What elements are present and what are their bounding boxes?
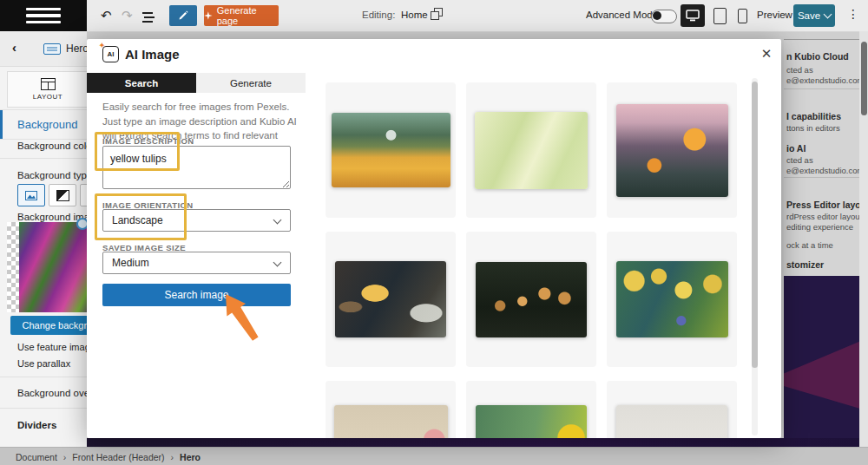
block-header-row: ‹ Hero <box>0 31 87 67</box>
image-orientation-select[interactable]: Landscape <box>102 209 291 232</box>
focal-point-handle[interactable] <box>76 218 87 230</box>
scrollbar-thumb[interactable] <box>861 42 867 115</box>
section-background[interactable]: Background <box>0 109 87 140</box>
search-result-card[interactable] <box>607 381 737 438</box>
chevron-down-icon <box>824 10 832 19</box>
hero-block-icon <box>43 43 61 58</box>
desktop-icon <box>686 10 700 22</box>
bg-type-gradient-button[interactable] <box>49 184 76 206</box>
search-result-card[interactable] <box>607 232 737 367</box>
use-parallax-label[interactable]: Use parallax <box>17 358 70 369</box>
breadcrumb-hero[interactable]: Hero <box>180 452 201 462</box>
right-panel-text: cted as <box>786 155 859 165</box>
breadcrumb: Document›Front Header (Header)›Hero <box>16 452 201 462</box>
modal-title: AI Image <box>125 47 180 62</box>
background-overlay-label[interactable]: Background overlay <box>17 388 87 398</box>
desktop-view-button[interactable] <box>681 4 705 27</box>
image-description-textarea[interactable]: yellow tulips <box>102 146 291 189</box>
block-name: Hero <box>66 43 87 55</box>
left-sidebar: ‹ Hero LAYOUT Background Background colo… <box>0 31 87 447</box>
right-panel-text: cted as <box>786 65 859 75</box>
right-panel-text: stomizer <box>786 259 859 270</box>
edit-mode-button[interactable] <box>169 5 197 26</box>
chevron-down-icon <box>273 216 282 225</box>
advanced-mode-toggle[interactable] <box>651 10 677 23</box>
window-scrollbar[interactable] <box>859 31 868 447</box>
kubio-editor-screen: ↶ ↷ Generate page Editing: Home Advanced… <box>0 0 868 465</box>
editing-label: Editing: <box>362 10 395 20</box>
bg-type-image-button[interactable] <box>17 184 45 206</box>
save-button[interactable]: Save <box>793 4 835 27</box>
search-result-card[interactable] <box>466 232 596 367</box>
breadcrumb-front-header[interactable]: Front Header (Header) <box>72 452 164 462</box>
background-image-preview[interactable] <box>7 222 87 312</box>
list-view-icon[interactable] <box>142 10 155 27</box>
right-panel-text: io AI <box>786 143 859 154</box>
hamburger-menu-button[interactable] <box>0 0 87 31</box>
hamburger-icon <box>26 8 61 11</box>
search-image-button[interactable]: Search image <box>102 284 291 306</box>
gradient-icon <box>56 190 69 201</box>
undo-icon[interactable]: ↶ <box>101 7 112 24</box>
search-result-card[interactable] <box>607 82 737 218</box>
preview-button[interactable]: Preview <box>757 10 792 20</box>
search-result-card[interactable] <box>466 82 596 218</box>
ai-image-modal: AI ✦ AI Image ✕ Search Generate Easily s… <box>87 39 781 438</box>
right-panel-text: ttons in editors <box>786 123 859 133</box>
search-result-card[interactable] <box>326 381 456 438</box>
search-result-card[interactable] <box>466 381 596 438</box>
tablet-view-button[interactable] <box>713 8 727 24</box>
more-options-icon[interactable]: ⋮ <box>847 7 859 21</box>
right-panel-text: editing experience <box>786 222 859 232</box>
top-toolbar: ↶ ↷ Generate page Editing: Home Advanced… <box>0 0 868 32</box>
search-result-card[interactable] <box>326 82 456 218</box>
advanced-mode-label: Advanced Mode <box>586 10 658 20</box>
right-panel-text: Press Editor layout <box>786 200 859 210</box>
breadcrumb-document[interactable]: Document <box>16 452 57 462</box>
use-feature-image-label[interactable]: Use feature image if availa <box>17 342 87 352</box>
bg-type-video-button[interactable] <box>80 184 87 206</box>
tab-generate[interactable]: Generate <box>196 73 306 93</box>
background-color-label[interactable]: Background color <box>17 141 87 151</box>
breadcrumb-separator: › <box>63 452 67 462</box>
close-icon[interactable]: ✕ <box>757 44 776 63</box>
breadcrumb-separator: › <box>171 452 174 462</box>
results-scrollbar-thumb[interactable] <box>752 82 758 368</box>
change-background-button[interactable]: Change backgroun <box>10 316 87 335</box>
background-image-thumbnail <box>19 222 87 312</box>
search-result-image[interactable] <box>616 261 728 337</box>
right-panel-text: e@extendstudio.com <box>786 75 859 85</box>
search-result-image[interactable] <box>476 262 587 337</box>
tab-layout[interactable]: LAYOUT <box>7 71 87 108</box>
right-sidebar-panel: n Kubio Cloud cted as e@extendstudio.com… <box>784 39 859 277</box>
background-type-label: Background type <box>17 170 87 180</box>
dividers-section-label[interactable]: Dividers <box>17 420 56 430</box>
sparkle-icon: ✦ <box>99 42 105 49</box>
pencil-icon <box>178 10 188 21</box>
canvas-decoration-triangle <box>784 324 859 419</box>
generate-page-button[interactable]: Generate page <box>204 5 279 26</box>
saved-image-size-select[interactable]: Medium <box>102 252 291 274</box>
search-result-card[interactable] <box>326 232 456 367</box>
right-panel-text: ock at a time <box>786 240 859 250</box>
image-description-label: IMAGE DESCRIPTION <box>102 136 194 146</box>
back-icon[interactable]: ‹ <box>12 40 16 55</box>
page-canvas-preview <box>784 276 859 438</box>
search-result-image[interactable] <box>335 261 446 337</box>
editing-value: Home <box>401 10 428 20</box>
redo-icon[interactable]: ↷ <box>122 7 133 24</box>
layout-grid-icon <box>41 78 56 90</box>
results-scrollbar[interactable] <box>752 78 758 436</box>
search-result-image[interactable] <box>334 405 448 438</box>
search-result-image[interactable] <box>475 112 588 189</box>
search-result-image[interactable] <box>616 405 727 438</box>
sparkle-page-icon <box>204 11 213 20</box>
pages-icon[interactable] <box>431 8 443 24</box>
search-result-image[interactable] <box>616 104 728 197</box>
search-result-image[interactable] <box>476 405 587 438</box>
right-panel-text: e@extendstudio.com <box>786 166 859 175</box>
search-result-image[interactable] <box>332 113 450 187</box>
mobile-view-button[interactable] <box>738 9 747 23</box>
tab-search[interactable]: Search <box>87 73 196 93</box>
image-icon <box>25 191 37 200</box>
